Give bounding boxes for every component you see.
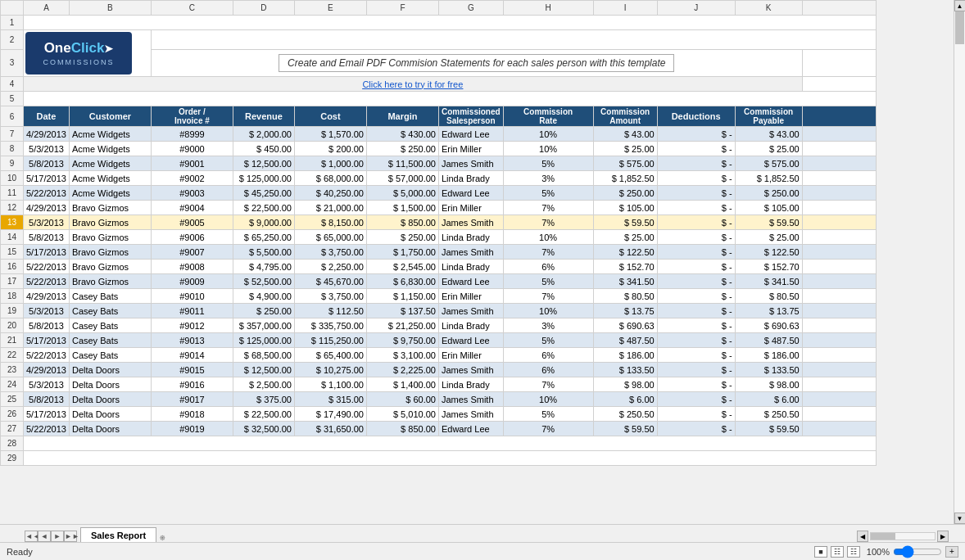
cell-margin-18[interactable]: $ 1,150.00 (366, 289, 438, 304)
cell-rate-21[interactable]: 5% (503, 333, 593, 348)
cell-cost-8[interactable]: $ 200.00 (294, 142, 366, 156)
col-J[interactable]: J (657, 1, 735, 16)
cell-customer-20[interactable]: Casey Bats (69, 318, 151, 333)
col-F[interactable]: F (366, 1, 438, 16)
cell-commamt-21[interactable]: $ 487.50 (593, 333, 657, 348)
cell-customer-16[interactable]: Bravo Gizmos (69, 260, 151, 274)
cell-invoice-21[interactable]: #9013 (151, 333, 233, 348)
cell-invoice-10[interactable]: #9002 (151, 171, 233, 186)
cell-payable-23[interactable]: $ 133.50 (735, 363, 802, 377)
col-extra[interactable] (802, 1, 876, 16)
cell-margin-17[interactable]: $ 6,830.00 (366, 274, 438, 289)
cell-date-27[interactable]: 5/22/2013 (24, 422, 70, 436)
cell-salesperson-17[interactable]: Edward Lee (438, 274, 503, 289)
cell-payable-11[interactable]: $ 250.00 (735, 186, 802, 201)
cell-cost-11[interactable]: $ 40,250.00 (294, 186, 366, 201)
cell-customer-15[interactable]: Bravo Gizmos (69, 245, 151, 260)
cell-invoice-9[interactable]: #9001 (151, 156, 233, 171)
cell-rate-12[interactable]: 7% (503, 201, 593, 215)
cell-salesperson-10[interactable]: Linda Brady (438, 171, 503, 186)
cell-revenue-14[interactable]: $ 65,250.00 (233, 230, 294, 245)
scroll-up-btn[interactable]: ▲ (954, 0, 966, 11)
cell-date-22[interactable]: 5/22/2013 (24, 348, 70, 363)
cell-revenue-20[interactable]: $ 357,000.00 (233, 318, 294, 333)
cell-payable-20[interactable]: $ 690.63 (735, 318, 802, 333)
col-G[interactable]: G (438, 1, 503, 16)
cell-deduct-12[interactable]: $ - (657, 201, 735, 215)
cell-customer-24[interactable]: Delta Doors (69, 377, 151, 392)
cell-rate-16[interactable]: 6% (503, 260, 593, 274)
cell-margin-24[interactable]: $ 1,400.00 (366, 377, 438, 392)
cell-cost-16[interactable]: $ 2,250.00 (294, 260, 366, 274)
cell-deduct-20[interactable]: $ - (657, 318, 735, 333)
cell-date-10[interactable]: 5/17/2013 (24, 171, 70, 186)
cell-payable-7[interactable]: $ 43.00 (735, 127, 802, 142)
cell-rate-19[interactable]: 10% (503, 304, 593, 318)
link-text[interactable]: Click here to try it for free (362, 79, 463, 89)
cell-payable-21[interactable]: $ 487.50 (735, 333, 802, 348)
cell-revenue-19[interactable]: $ 250.00 (233, 304, 294, 318)
cell-rate-9[interactable]: 5% (503, 156, 593, 171)
cell-commamt-25[interactable]: $ 6.00 (593, 392, 657, 407)
cell-rate-24[interactable]: 7% (503, 377, 593, 392)
cell-invoice-18[interactable]: #9010 (151, 289, 233, 304)
cell-deduct-19[interactable]: $ - (657, 304, 735, 318)
cell-date-16[interactable]: 5/22/2013 (24, 260, 70, 274)
cell-salesperson-9[interactable]: James Smith (438, 156, 503, 171)
h-scroll-thumb[interactable] (871, 533, 895, 540)
cell-invoice-17[interactable]: #9009 (151, 274, 233, 289)
cell-customer-21[interactable]: Casey Bats (69, 333, 151, 348)
cell-revenue-15[interactable]: $ 5,500.00 (233, 245, 294, 260)
cell-deduct-15[interactable]: $ - (657, 245, 735, 260)
cell-deduct-21[interactable]: $ - (657, 333, 735, 348)
cell-revenue-7[interactable]: $ 2,000.00 (233, 127, 294, 142)
cell-cost-25[interactable]: $ 315.00 (294, 392, 366, 407)
cell-rate-20[interactable]: 3% (503, 318, 593, 333)
cell-customer-19[interactable]: Casey Bats (69, 304, 151, 318)
cell-revenue-16[interactable]: $ 4,795.00 (233, 260, 294, 274)
cell-invoice-8[interactable]: #9000 (151, 142, 233, 156)
cell-cost-9[interactable]: $ 1,000.00 (294, 156, 366, 171)
h-scroll-left-btn[interactable]: ◀ (857, 531, 868, 542)
cell-deduct-23[interactable]: $ - (657, 363, 735, 377)
cell-customer-10[interactable]: Acme Widgets (69, 171, 151, 186)
cell-deduct-25[interactable]: $ - (657, 392, 735, 407)
cell-salesperson-7[interactable]: Edward Lee (438, 127, 503, 142)
cell-date-8[interactable]: 5/3/2013 (24, 142, 70, 156)
cell-customer-11[interactable]: Acme Widgets (69, 186, 151, 201)
cell-payable-24[interactable]: $ 98.00 (735, 377, 802, 392)
cell-margin-15[interactable]: $ 1,750.00 (366, 245, 438, 260)
col-B[interactable]: B (69, 1, 151, 16)
col-C[interactable]: C (151, 1, 233, 16)
cell-invoice-7[interactable]: #8999 (151, 127, 233, 142)
tab-last-btn[interactable]: ►► (64, 531, 77, 542)
cell-date-11[interactable]: 5/22/2013 (24, 186, 70, 201)
cell-margin-27[interactable]: $ 850.00 (366, 422, 438, 436)
cell-salesperson-21[interactable]: Edward Lee (438, 333, 503, 348)
cell-margin-25[interactable]: $ 60.00 (366, 392, 438, 407)
col-A[interactable]: A (24, 1, 70, 16)
cell-rate-26[interactable]: 5% (503, 407, 593, 422)
cell-margin-20[interactable]: $ 21,250.00 (366, 318, 438, 333)
cell-payable-14[interactable]: $ 25.00 (735, 230, 802, 245)
cell-payable-13[interactable]: $ 59.50 (735, 215, 802, 230)
cell-commamt-20[interactable]: $ 690.63 (593, 318, 657, 333)
cell-deduct-13[interactable]: $ - (657, 215, 735, 230)
cell-invoice-14[interactable]: #9006 (151, 230, 233, 245)
cell-payable-10[interactable]: $ 1,852.50 (735, 171, 802, 186)
cell-payable-8[interactable]: $ 25.00 (735, 142, 802, 156)
cell-date-20[interactable]: 5/8/2013 (24, 318, 70, 333)
cell-invoice-25[interactable]: #9017 (151, 392, 233, 407)
cell-revenue-10[interactable]: $ 125,000.00 (233, 171, 294, 186)
cell-salesperson-12[interactable]: Erin Miller (438, 201, 503, 215)
cell-deduct-9[interactable]: $ - (657, 156, 735, 171)
cell-invoice-16[interactable]: #9008 (151, 260, 233, 274)
cell-commamt-8[interactable]: $ 25.00 (593, 142, 657, 156)
cell-salesperson-8[interactable]: Erin Miller (438, 142, 503, 156)
cell-revenue-9[interactable]: $ 12,500.00 (233, 156, 294, 171)
cell-commamt-26[interactable]: $ 250.50 (593, 407, 657, 422)
cell-commamt-11[interactable]: $ 250.00 (593, 186, 657, 201)
cell-cost-20[interactable]: $ 335,750.00 (294, 318, 366, 333)
cell-rate-13[interactable]: 7% (503, 215, 593, 230)
cell-cost-14[interactable]: $ 65,000.00 (294, 230, 366, 245)
